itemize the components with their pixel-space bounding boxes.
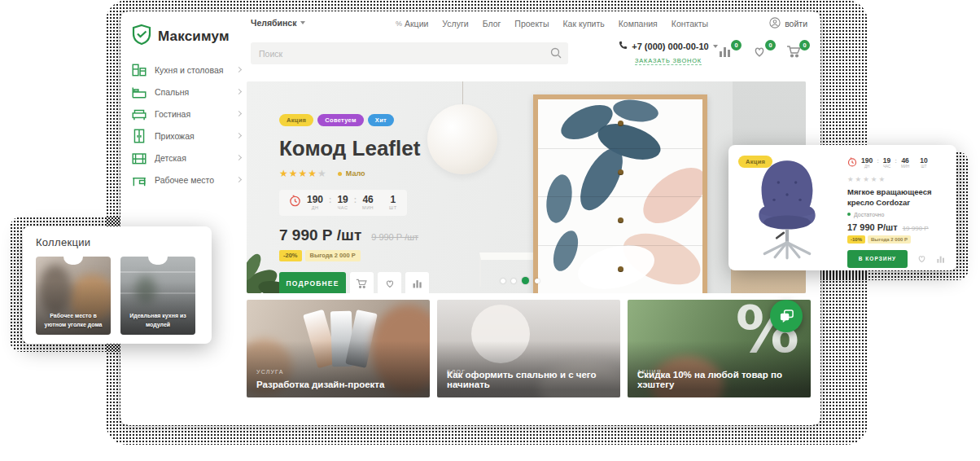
favorite-button[interactable]	[917, 253, 927, 264]
details-button[interactable]: ПОДРОБНЕЕ	[279, 272, 346, 294]
callback-link[interactable]: заказать звонок	[635, 57, 702, 65]
timer-separator: :	[877, 157, 879, 165]
favorites-button[interactable]: 0	[752, 44, 770, 62]
promo-cards: УСЛУГА Разработка дизайн-проекта БЛОГ Ка…	[247, 300, 811, 397]
nav-item-contacts[interactable]: Контакты	[672, 19, 708, 29]
search-bar	[251, 42, 568, 64]
product-title[interactable]: Мягкое вращающееся кресло Cordozar	[847, 187, 947, 209]
sidebar-item-living-room[interactable]: Гостиная	[131, 103, 241, 125]
badge-hit: Хит	[368, 114, 394, 126]
compare-count-badge: 0	[731, 40, 742, 50]
timer-minutes: 46	[901, 157, 908, 165]
phone-number[interactable]: +7 (000) 000-00-10	[607, 41, 729, 51]
price-row: 17 990 Р/шт 19 990 Р	[847, 222, 947, 232]
favorites-count-badge: 0	[765, 40, 776, 50]
timer-hours: 19	[883, 157, 890, 165]
add-to-cart-button[interactable]	[350, 272, 374, 294]
sidebar-item-label: Прихожая	[155, 131, 195, 141]
nav-item-projects[interactable]: Проекты	[514, 19, 549, 29]
cart-button[interactable]: 0	[786, 44, 804, 62]
brand-logo[interactable]: Максимум	[131, 24, 230, 49]
action-buttons: В КОРЗИНУ	[847, 250, 947, 268]
slider-dot[interactable]	[535, 279, 540, 283]
slider-dot[interactable]	[511, 279, 516, 283]
stars-empty: ★	[317, 168, 326, 179]
countdown-timer: 190дн : 19час : 46мин 1шт	[279, 190, 407, 216]
kids-room-icon	[131, 150, 147, 166]
stock-dot-icon	[847, 213, 851, 216]
nav-label: Услуги	[442, 19, 468, 29]
nav-item-how-to-buy[interactable]: Как купить	[562, 19, 604, 29]
benefit-badge: Выгода 2 000 Р	[305, 250, 361, 261]
sidebar-item-label: Гостиная	[155, 109, 190, 119]
sidebar-item-label: Детская	[155, 153, 186, 163]
nav-item-services[interactable]: Услуги	[442, 19, 468, 29]
chat-widget-button[interactable]	[770, 300, 803, 332]
action-buttons: ПОДРОБНЕЕ	[279, 272, 429, 294]
pendant-lamp	[427, 104, 497, 174]
nav-item-promos[interactable]: %Акции	[396, 19, 428, 29]
compare-button[interactable]	[405, 272, 429, 294]
clock-icon	[847, 156, 857, 170]
chevron-right-icon	[236, 155, 242, 160]
stock-label: Достаточно	[854, 212, 884, 217]
slide-content: Акция Советуем Хит Комод Leaflet ★★★★ ★ …	[279, 114, 429, 293]
login-button[interactable]: войти	[769, 17, 807, 30]
collection-tiles: Рабочее место в уютном уголке дома Идеал…	[36, 257, 199, 335]
timer-minutes-unit: мин	[901, 165, 909, 169]
favorite-button[interactable]	[378, 272, 401, 294]
armchair-image	[742, 156, 833, 261]
nav-label: Как купить	[562, 19, 604, 29]
badge-recommended: Советуем	[317, 114, 364, 126]
search-input[interactable]	[251, 42, 568, 64]
product-price: 7 990 Р /шт	[279, 226, 361, 244]
floating-product-card[interactable]: Акция 190дн : 19час :	[728, 145, 956, 270]
timer-days: 190	[861, 157, 873, 165]
collections-title: Коллекции	[36, 236, 199, 248]
product-photo-area: Акция	[728, 145, 847, 270]
collection-tile-workspace[interactable]: Рабочее место в уютном уголке дома	[36, 257, 111, 335]
chevron-down-icon	[300, 21, 305, 24]
add-to-cart-button[interactable]: В КОРЗИНУ	[847, 250, 908, 268]
search-icon[interactable]	[550, 47, 562, 62]
product-price: 17 990 Р/шт	[847, 222, 898, 232]
sidebar-item-bedroom[interactable]: Спальня	[131, 81, 241, 103]
drawer-line	[538, 196, 702, 197]
promo-card-design-service[interactable]: УСЛУГА Разработка дизайн-проекта	[247, 300, 430, 397]
nav-item-company[interactable]: Компания	[619, 19, 658, 29]
city-selector[interactable]: Челябинск	[251, 18, 305, 28]
promo-title: Разработка дизайн-проекта	[256, 380, 420, 389]
stock-qty-unit: шт	[389, 206, 396, 211]
sidebar-item-kitchen[interactable]: Кухня и столовая	[131, 59, 241, 81]
discount-row: -10% Выгода 2 000 Р	[847, 235, 947, 244]
collection-tile-kitchen[interactable]: Идеальная кухня из модулей	[120, 257, 195, 335]
slider-dots	[501, 277, 540, 284]
promo-title: Как оформить спальню и с чего начинать	[447, 370, 610, 389]
city-label: Челябинск	[251, 18, 296, 28]
sidebar-item-workspace[interactable]: Рабочее место	[131, 169, 241, 191]
sidebar-item-label: Кухня и столовая	[155, 65, 223, 75]
slider-dot-active[interactable]	[522, 277, 529, 284]
chevron-right-icon	[236, 111, 242, 116]
nav-item-blog[interactable]: Блог	[483, 19, 501, 29]
timer-separator: :	[354, 195, 357, 204]
discount-row: -20% Выгода 2 000 Р	[279, 250, 429, 261]
main-nav: %Акции Услуги Блог Проекты Как купить Ко…	[396, 19, 708, 29]
login-label: войти	[785, 19, 807, 29]
nav-label: Компания	[619, 19, 658, 29]
sidebar-item-kids[interactable]: Детская	[131, 147, 241, 169]
timer-days-unit: дн	[864, 165, 869, 169]
compare-button[interactable]	[936, 254, 946, 264]
slider-dot[interactable]	[501, 279, 505, 283]
promo-tag: УСЛУГА	[256, 369, 284, 375]
benefit-badge: Выгода 2 000 Р	[868, 235, 911, 244]
compare-button[interactable]: 0	[718, 44, 736, 62]
sidebar-item-hallway[interactable]: Прихожая	[131, 125, 241, 147]
promo-card-blog-bedroom[interactable]: БЛОГ Как оформить спальню и с чего начин…	[437, 300, 620, 397]
nav-label: Блог	[483, 19, 501, 29]
commode-product-image	[533, 94, 707, 293]
chevron-right-icon	[236, 133, 242, 138]
price-row: 7 990 Р /шт 9 990 Р /шт	[279, 226, 429, 244]
timer-separator: :	[895, 157, 897, 165]
collection-caption: Идеальная кухня из модулей	[124, 311, 192, 329]
